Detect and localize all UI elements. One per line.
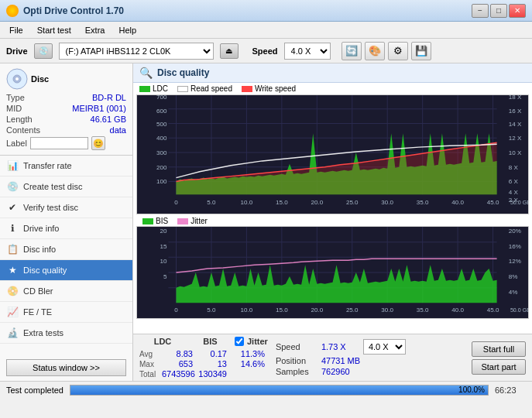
disc-section-title: Disc — [31, 74, 49, 84]
sidebar-item-verify-test-disc[interactable]: ✔ Verify test disc — [0, 197, 132, 218]
toolbar-icons: 🔄 🎨 ⚙ 💾 — [342, 42, 431, 60]
sidebar-item-drive-info[interactable]: ℹ Drive info — [0, 218, 132, 239]
bottom-chart-svg: 20 15 10 5 20% 16% 12% 8% 4% 0 5.0 10.0 … — [137, 227, 528, 318]
refresh-button[interactable]: 🔄 — [342, 42, 362, 60]
menu-help[interactable]: Help — [112, 24, 142, 36]
svg-text:6 X: 6 X — [509, 179, 519, 186]
nav-label-create-test-disc: Create test disc — [23, 182, 82, 191]
legend-bis: BIS — [142, 217, 168, 225]
menu-file[interactable]: File — [3, 24, 29, 36]
mid-value: MEIRB1 (001) — [72, 104, 126, 113]
sidebar-item-create-test-disc[interactable]: 💿 Create test disc — [0, 176, 132, 197]
contents-label: Contents — [6, 125, 40, 135]
svg-text:0: 0 — [174, 307, 178, 314]
sidebar-item-disc-info[interactable]: 📋 Disc info — [0, 239, 132, 260]
close-button[interactable]: ✕ — [509, 4, 526, 18]
svg-text:25.0: 25.0 — [346, 307, 359, 314]
svg-text:35.0: 35.0 — [417, 307, 429, 314]
create-test-disc-icon: 💿 — [6, 180, 19, 193]
jitter-stats-label: Jitter — [247, 337, 268, 348]
nav-label-fe-te: FE / TE — [23, 307, 52, 317]
svg-text:18 X: 18 X — [509, 95, 522, 101]
svg-text:20: 20 — [160, 228, 167, 235]
total-label: Total — [139, 370, 159, 379]
minimize-button[interactable]: − — [472, 4, 489, 18]
status-window-button[interactable]: Status window >> — [6, 359, 126, 376]
sidebar: Disc Type BD-R DL MID MEIRB1 (001) Lengt… — [0, 63, 133, 381]
settings-button[interactable]: ⚙ — [388, 42, 408, 60]
svg-text:700: 700 — [156, 95, 167, 101]
svg-text:5.0: 5.0 — [207, 199, 216, 206]
nav-label-extra-tests: Extra tests — [23, 328, 63, 337]
max-jitter: 14.6% — [230, 359, 265, 368]
samples-value: 762960 — [321, 367, 376, 376]
read-speed-label: Read speed — [190, 84, 232, 93]
sidebar-item-cd-bler[interactable]: 📀 CD Bler — [0, 281, 132, 302]
speed-label: Speed — [252, 46, 278, 56]
max-label: Max — [139, 360, 159, 368]
nav-label-verify-test-disc: Verify test disc — [23, 203, 78, 212]
speed-select[interactable]: 4.0 X 2.0 X 1.0 X — [284, 43, 331, 60]
nav-label-cd-bler: CD Bler — [23, 286, 53, 296]
progress-bar-container: 100.0% — [70, 385, 489, 396]
sidebar-item-fe-te[interactable]: 📈 FE / TE — [0, 302, 132, 323]
start-full-button[interactable]: Start full — [472, 341, 526, 357]
svg-text:40.0: 40.0 — [451, 199, 464, 206]
svg-text:16%: 16% — [509, 243, 521, 250]
svg-text:10.0: 10.0 — [241, 199, 253, 206]
drive-info-icon: ℹ — [6, 222, 19, 235]
color-button[interactable]: 🎨 — [365, 42, 385, 60]
svg-text:5.0: 5.0 — [207, 307, 216, 314]
menu-bar: File Start test Extra Help — [0, 22, 532, 39]
svg-text:30.0: 30.0 — [381, 307, 393, 314]
ldc-color — [139, 86, 150, 92]
top-chart-wrapper: 700 600 500 400 300 200 100 18 X 16 X 14… — [136, 94, 529, 214]
disc-quality-title: Disc quality — [157, 67, 209, 78]
save-button[interactable]: 💾 — [411, 42, 431, 60]
charts-container: 700 600 500 400 300 200 100 18 X 16 X 14… — [133, 94, 532, 334]
legend-read-speed: Read speed — [177, 84, 232, 93]
drive-select[interactable]: (F:) ATAPI iHBS112 2 CL0K — [59, 43, 214, 60]
menu-start-test[interactable]: Start test — [31, 24, 77, 36]
svg-text:45.0: 45.0 — [487, 199, 499, 206]
sidebar-item-transfer-rate[interactable]: 📊 Transfer rate — [0, 156, 132, 176]
sidebar-item-disc-quality[interactable]: ★ Disc quality — [0, 260, 132, 281]
legend-write-speed: Write speed — [242, 84, 296, 93]
start-part-button[interactable]: Start part — [472, 359, 526, 375]
svg-text:50.0 GB: 50.0 GB — [510, 200, 528, 205]
transfer-rate-icon: 📊 — [6, 159, 19, 172]
read-speed-color — [177, 86, 188, 92]
avg-label: Avg — [139, 350, 159, 358]
type-value: BD-R DL — [92, 93, 126, 102]
write-speed-label: Write speed — [255, 84, 296, 93]
speed-stat-label: Speed — [276, 342, 318, 351]
svg-text:16 X: 16 X — [509, 108, 522, 115]
maximize-button[interactable]: □ — [490, 4, 507, 18]
mid-label: MID — [6, 104, 22, 113]
ldc-label: LDC — [153, 84, 168, 93]
svg-text:12%: 12% — [509, 258, 521, 265]
svg-text:5: 5 — [163, 273, 167, 280]
max-bis: 13 — [196, 359, 227, 368]
main-area: Disc Type BD-R DL MID MEIRB1 (001) Lengt… — [0, 63, 532, 381]
bis-label: BIS — [156, 217, 168, 225]
sidebar-item-extra-tests[interactable]: 🔬 Extra tests — [0, 323, 132, 344]
menu-extra[interactable]: Extra — [79, 24, 112, 36]
speed-select-stats[interactable]: 4.0 X 2.0 X — [363, 339, 406, 355]
window-controls: − □ ✕ — [472, 4, 526, 18]
eject-icon[interactable]: ⏏ — [220, 43, 239, 59]
disc-info-icon: 📋 — [6, 243, 19, 255]
bis-header: BIS — [189, 337, 232, 348]
chart-legend-top: LDC Read speed Write speed — [133, 83, 532, 94]
chart-legend-bottom: BIS Jitter — [136, 216, 529, 226]
length-value: 46.61 GB — [91, 115, 126, 124]
label-icon-btn[interactable]: 😊 — [91, 136, 105, 150]
jitter-checkbox[interactable] — [235, 337, 244, 346]
content-area: 🔍 Disc quality LDC Read speed Write spee… — [133, 63, 532, 381]
max-ldc: 653 — [162, 359, 193, 368]
svg-text:10.0: 10.0 — [241, 307, 253, 314]
label-input[interactable] — [30, 137, 88, 149]
svg-text:300: 300 — [156, 149, 167, 156]
nav-label-disc-info: Disc info — [23, 245, 56, 254]
disc-quality-header-icon: 🔍 — [139, 67, 153, 79]
